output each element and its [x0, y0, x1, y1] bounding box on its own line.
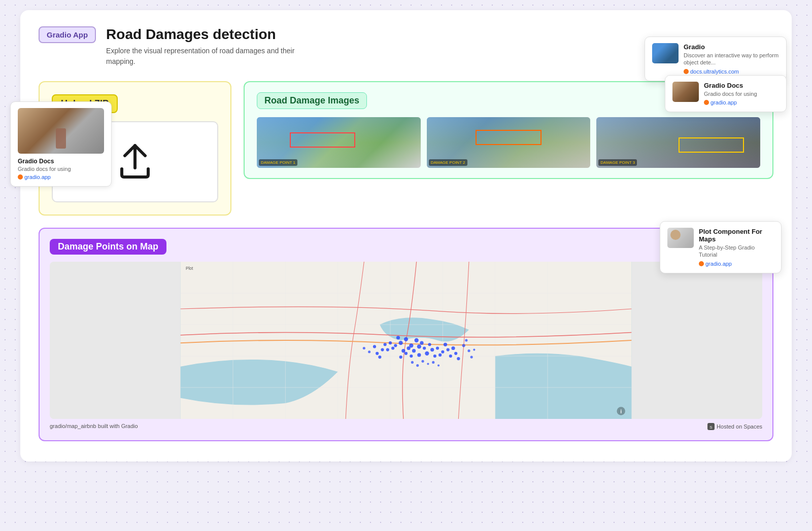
svg-point-43: [391, 346, 394, 349]
damage-bbox-3: [679, 137, 744, 153]
svg-point-59: [421, 360, 424, 363]
svg-text:S: S: [709, 425, 712, 430]
popup-link-1[interactable]: docs.ultralytics.com: [684, 68, 779, 75]
damage-label-3: DAMAGE POINT 3: [598, 159, 637, 166]
popup-title-2: Gradio Docs: [704, 82, 757, 89]
svg-point-25: [425, 351, 429, 356]
map-footer-right: S Hosted on Spaces: [707, 423, 762, 430]
svg-point-18: [412, 349, 416, 352]
content-row: Upload ZIP Road Damage Images DAMAGE POI…: [39, 81, 773, 216]
svg-point-20: [401, 349, 405, 352]
svg-point-21: [420, 341, 423, 345]
svg-point-37: [438, 353, 442, 357]
popup-thumb-img-2: [672, 82, 699, 102]
svg-point-56: [473, 349, 475, 351]
svg-text:Plot: Plot: [186, 266, 193, 271]
svg-point-26: [417, 353, 421, 357]
plot-thumb: [667, 228, 694, 248]
road-image-2: DAMAGE POINT 2: [427, 117, 591, 168]
svg-point-23: [394, 344, 397, 347]
svg-point-13: [404, 337, 408, 341]
orange-dot-icon: [18, 174, 23, 180]
link-dot-1: [684, 69, 689, 74]
popup-title-1: Gradio: [684, 43, 779, 51]
popup-link-plot[interactable]: gradio.app: [699, 261, 774, 267]
svg-point-52: [467, 349, 470, 352]
popup-thumb-img-1: [652, 43, 679, 63]
damage-bbox-2: [476, 130, 541, 145]
road-images-row: DAMAGE POINT 1 DAMAGE POINT 2 DAMAGE POI…: [257, 117, 760, 168]
svg-point-47: [376, 352, 379, 355]
map-footer: gradio/map_airbnb built with Gradio S Ho…: [50, 423, 762, 430]
svg-point-22: [396, 336, 400, 339]
svg-point-41: [457, 357, 460, 360]
svg-point-14: [399, 341, 403, 345]
svg-point-60: [427, 363, 429, 365]
svg-point-32: [433, 355, 436, 358]
popup-link-2[interactable]: gradio.app: [704, 99, 757, 105]
docs-thumb-image: [18, 108, 104, 154]
svg-point-30: [428, 343, 431, 346]
road-image-1: DAMAGE POINT 1: [257, 117, 421, 168]
plot-thumb-face: [670, 230, 681, 240]
svg-point-39: [451, 346, 455, 350]
svg-point-51: [465, 339, 467, 341]
svg-point-29: [399, 356, 402, 359]
docs-card-desc: Gradio docs for using: [18, 166, 104, 172]
popup-content-2: Gradio Docs Gradio docs for using gradio…: [704, 82, 757, 105]
gradio-docs-card-left: Gradio Docs Gradio docs for using gradio…: [10, 101, 112, 187]
spaces-icon: S: [707, 423, 715, 430]
svg-point-61: [432, 361, 434, 364]
map-footer-left: gradio/map_airbnb built with Gradio: [50, 423, 138, 430]
gradio-app-badge: Gradio App: [39, 26, 96, 43]
popup-thumb-2: [672, 82, 699, 102]
app-subtitle: Explore the visual representation of roa…: [106, 46, 319, 67]
popup-plot-component: Plot Component For Maps A Step-by-Step G…: [660, 221, 782, 273]
svg-point-16: [415, 338, 419, 342]
svg-point-17: [407, 346, 411, 350]
svg-point-44: [386, 348, 389, 351]
popup-desc-plot: A Step-by-Step Gradio Tutorial: [699, 244, 774, 259]
svg-point-31: [430, 348, 434, 351]
svg-point-46: [381, 348, 384, 351]
svg-point-19: [417, 344, 421, 348]
map-svg: i Plot: [50, 262, 762, 419]
damage-bbox-1: [290, 132, 355, 148]
svg-point-50: [462, 344, 465, 347]
svg-point-53: [368, 350, 370, 353]
road-image-3: DAMAGE POINT 3: [596, 117, 760, 168]
svg-point-24: [423, 346, 426, 349]
svg-point-38: [449, 355, 452, 358]
svg-point-27: [410, 355, 413, 358]
svg-point-33: [436, 346, 439, 349]
svg-point-40: [454, 352, 457, 355]
popup-content-plot: Plot Component For Maps A Step-by-Step G…: [699, 228, 774, 267]
svg-point-45: [384, 343, 387, 346]
svg-point-48: [378, 356, 381, 359]
svg-point-34: [441, 350, 444, 353]
map-section-title: Damage Points on Map: [50, 239, 166, 255]
link-dot-plot: [699, 261, 704, 266]
docs-card-link[interactable]: gradio.app: [18, 174, 104, 180]
popup-thumb-1: [652, 43, 679, 63]
svg-point-42: [389, 341, 392, 344]
images-section-title: Road Damage Images: [257, 92, 367, 109]
svg-point-55: [470, 356, 473, 358]
damage-label-2: DAMAGE POINT 2: [429, 159, 467, 166]
map-container[interactable]: i Plot: [50, 262, 762, 419]
upload-icon: [115, 141, 155, 182]
popup-gradio: Gradio Discover an interactive way to pe…: [645, 37, 787, 81]
popup-gradio-docs-right: Gradio Docs Gradio docs for using gradio…: [665, 75, 787, 112]
svg-point-36: [447, 348, 450, 351]
svg-point-57: [411, 361, 414, 364]
popup-desc-2: Gradio docs for using: [704, 90, 757, 97]
docs-card-title: Gradio Docs: [18, 158, 104, 165]
popup-desc-1: Discover an interactive way to perform o…: [684, 52, 779, 66]
popup-title-plot: Plot Component For Maps: [699, 228, 774, 243]
svg-point-62: [437, 365, 439, 367]
svg-point-49: [373, 345, 376, 348]
svg-point-54: [363, 347, 365, 349]
link-dot-2: [704, 100, 709, 105]
damage-label-1: DAMAGE POINT 1: [259, 159, 297, 166]
popup-content-1: Gradio Discover an interactive way to pe…: [684, 43, 779, 75]
